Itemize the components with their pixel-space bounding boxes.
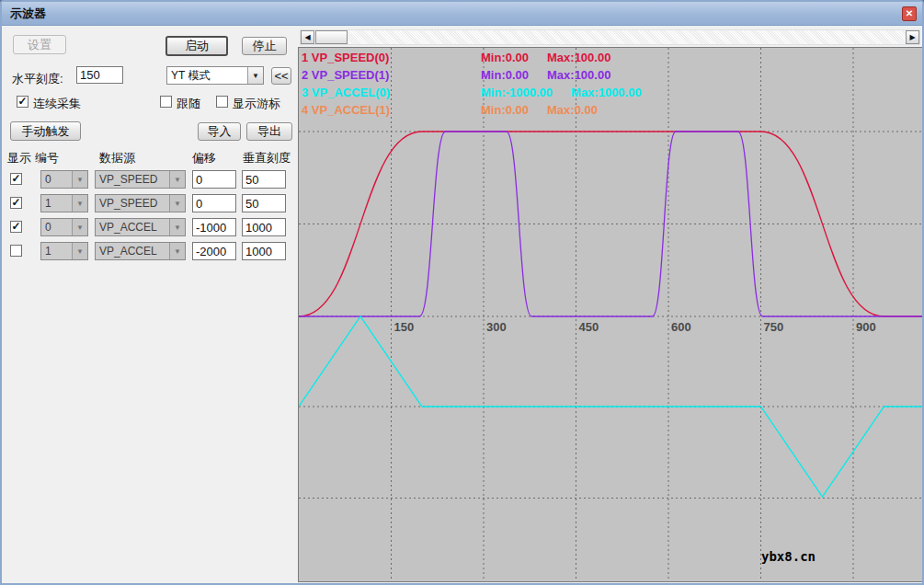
channel-index-select[interactable]: 0▼: [40, 170, 88, 189]
chevron-down-icon[interactable]: ▼: [169, 171, 185, 188]
manual-trigger-button[interactable]: 手动触发: [10, 121, 81, 141]
channel-show-checkbox[interactable]: ✓: [10, 173, 22, 185]
channel-show-checkbox[interactable]: ✓: [10, 221, 22, 233]
channel-show-checkbox[interactable]: ✓: [10, 197, 22, 209]
chevron-down-icon[interactable]: ▼: [72, 219, 87, 235]
export-button[interactable]: 导出: [246, 122, 292, 141]
import-button[interactable]: 导入: [198, 122, 241, 141]
start-button[interactable]: 启动: [165, 36, 228, 56]
window-title: 示波器: [10, 6, 46, 22]
col-header-show: 显示: [7, 150, 31, 166]
check-icon: ✓: [11, 172, 20, 185]
scroll-right-icon: ▶: [909, 33, 915, 41]
channel-source-select[interactable]: VP_ACCEL▼: [95, 218, 186, 236]
x-axis-tick: 300: [486, 320, 507, 334]
col-header-offset: 偏移: [192, 150, 216, 166]
col-header-source: 数据源: [99, 150, 135, 166]
channel-offset-input[interactable]: [192, 170, 236, 189]
chart-panel: ◀ ▶ 1 VP_SPEED(0) Min:0.00 Max:100.00 2 …: [298, 26, 922, 583]
col-header-scale: 垂直刻度: [243, 150, 291, 166]
legend-item: 3 VP_ACCEL(0) Min:-1000.00 Max:1000.00: [302, 84, 642, 101]
channel-offset-input[interactable]: [192, 242, 236, 260]
channel-index-value: 1: [41, 197, 72, 210]
legend-min: Min:-1000.00: [481, 86, 571, 99]
title-bar: 示波器 ✕: [2, 2, 922, 26]
collapse-button[interactable]: <<: [271, 67, 291, 85]
channel-index-value: 1: [41, 245, 72, 258]
hscale-label: 水平刻度:: [12, 71, 63, 87]
chevron-down-icon[interactable]: ▼: [72, 195, 87, 212]
oscilloscope-window: 示波器 ✕ 设置 启动 停止 水平刻度: YT 模式 ▼ << ✓ 连续采集 ✓…: [0, 0, 924, 585]
channel-source-value: VP_SPEED: [96, 197, 169, 210]
settings-button[interactable]: 设置: [13, 35, 66, 54]
hscale-input[interactable]: [76, 66, 123, 84]
continuous-checkbox[interactable]: ✓: [17, 96, 29, 108]
legend-min: Min:0.00: [481, 68, 547, 82]
mode-select[interactable]: YT 模式 ▼: [166, 66, 264, 85]
x-axis-tick: 450: [579, 320, 599, 334]
chevron-down-icon[interactable]: ▼: [169, 243, 185, 259]
x-axis-tick: 150: [394, 320, 415, 334]
chevron-down-icon[interactable]: ▼: [247, 67, 263, 84]
chevron-down-icon[interactable]: ▼: [72, 243, 87, 259]
legend-max: Max:100.00: [547, 68, 610, 82]
legend-label: 1 VP_SPEED(0): [302, 51, 481, 64]
channel-source-select[interactable]: VP_SPEED▼: [95, 194, 186, 212]
channel-source-value: VP_ACCEL: [96, 245, 169, 258]
channel-index-select[interactable]: 1▼: [40, 194, 88, 212]
follow-checkbox[interactable]: ✓: [160, 96, 172, 108]
chevron-down-icon[interactable]: ▼: [169, 219, 185, 235]
channel-index-value: 0: [41, 173, 72, 186]
chevron-down-icon[interactable]: ▼: [169, 195, 185, 212]
control-panel: 设置 启动 停止 水平刻度: YT 模式 ▼ << ✓ 连续采集 ✓ 跟随 ✓ …: [2, 26, 298, 583]
channel-show-checkbox[interactable]: ✓: [10, 245, 22, 257]
channel-scale-input[interactable]: [242, 194, 286, 212]
legend-min: Min:0.00: [481, 51, 547, 64]
channel-offset-input[interactable]: [192, 194, 236, 212]
x-axis-tick: 900: [856, 320, 876, 334]
stop-button[interactable]: 停止: [242, 37, 287, 55]
watermark: ybx8.cn: [761, 549, 816, 564]
legend-max: Max:0.00: [547, 103, 598, 117]
x-axis-tick: 750: [764, 320, 784, 334]
plot-area[interactable]: 1 VP_SPEED(0) Min:0.00 Max:100.00 2 VP_S…: [298, 47, 923, 582]
cursor-label: 显示游标: [233, 96, 280, 112]
legend-item: 2 VP_SPEED(1) Min:0.00 Max:100.00: [302, 66, 610, 84]
close-icon: ✕: [906, 8, 913, 18]
legend-min: Min:0.00: [481, 103, 547, 117]
channel-source-select[interactable]: VP_SPEED▼: [95, 170, 186, 189]
follow-label: 跟随: [177, 96, 200, 112]
legend-max: Max:1000.00: [571, 86, 642, 99]
check-icon: ✓: [17, 95, 27, 108]
channel-scale-input[interactable]: [242, 242, 286, 260]
channel-source-value: VP_ACCEL: [96, 221, 169, 234]
chevron-down-icon[interactable]: ▼: [72, 171, 87, 188]
channel-scale-input[interactable]: [242, 218, 286, 236]
col-header-index: 编号: [35, 150, 59, 166]
cursor-checkbox[interactable]: ✓: [216, 96, 228, 108]
waveform-chart: [299, 48, 923, 582]
check-icon: ✓: [11, 196, 20, 209]
legend-item: 4 VP_ACCEL(1) Min:0.00 Max:0.00: [302, 101, 598, 119]
scrollbar-thumb[interactable]: [315, 30, 348, 44]
legend-label: 2 VP_SPEED(1): [302, 68, 481, 82]
channel-index-select[interactable]: 0▼: [40, 218, 88, 236]
legend-label: 4 VP_ACCEL(1): [302, 103, 481, 117]
mode-select-value: YT 模式: [167, 68, 247, 84]
scroll-right-button[interactable]: ▶: [906, 30, 919, 44]
legend-item: 1 VP_SPEED(0) Min:0.00 Max:100.00: [302, 49, 610, 66]
scroll-left-icon: ◀: [304, 33, 310, 41]
channel-scale-input[interactable]: [242, 170, 286, 189]
legend-max: Max:100.00: [547, 51, 610, 64]
channel-index-select[interactable]: 1▼: [40, 242, 88, 260]
x-axis-tick: 600: [671, 320, 691, 334]
close-button[interactable]: ✕: [902, 6, 917, 21]
channel-source-value: VP_SPEED: [96, 173, 169, 186]
continuous-label: 连续采集: [33, 96, 81, 112]
channel-source-select[interactable]: VP_ACCEL▼: [95, 242, 186, 260]
scroll-left-button[interactable]: ◀: [301, 30, 314, 44]
channel-index-value: 0: [41, 221, 72, 234]
horizontal-scrollbar[interactable]: ◀ ▶: [300, 29, 920, 45]
channel-offset-input[interactable]: [192, 218, 236, 236]
legend-label: 3 VP_ACCEL(0): [302, 86, 481, 99]
